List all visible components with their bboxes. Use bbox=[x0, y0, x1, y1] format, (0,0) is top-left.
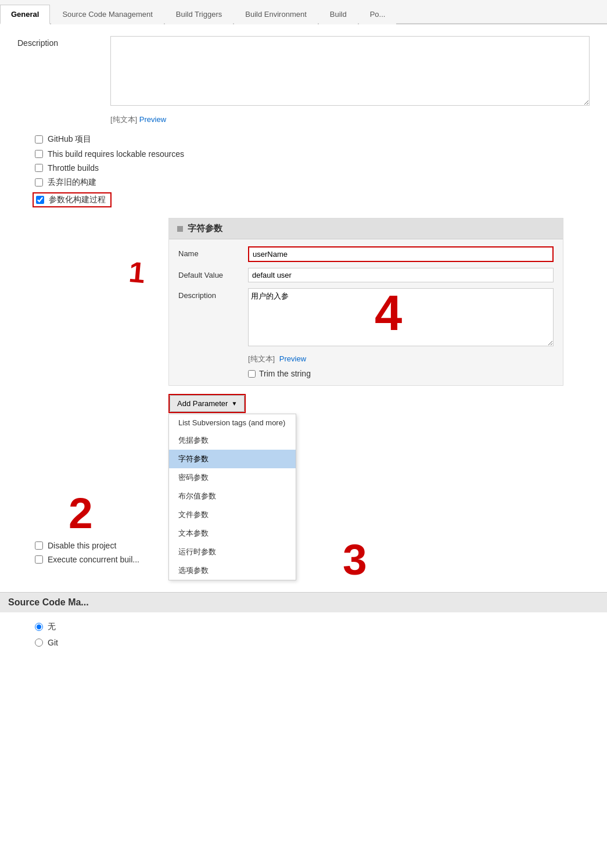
param-default-input-wrapper bbox=[248, 268, 554, 282]
dropdown-item-1[interactable]: 凭据参数 bbox=[169, 431, 296, 450]
add-param-button[interactable]: Add Parameter ▼ bbox=[170, 395, 245, 412]
lockable-checkbox-item: This build requires lockable resources bbox=[17, 149, 590, 159]
discard-label[interactable]: 丢弃旧的构建 bbox=[48, 177, 96, 188]
tab-build-environment[interactable]: Build Environment bbox=[234, 5, 318, 24]
scm-git-radio[interactable] bbox=[35, 639, 43, 647]
tab-build-triggers[interactable]: Build Triggers bbox=[165, 5, 233, 24]
tab-build[interactable]: Build bbox=[319, 5, 358, 24]
throttle-label[interactable]: Throttle builds bbox=[48, 163, 99, 173]
trim-label[interactable]: Trim the string bbox=[259, 369, 311, 378]
add-param-arrow: ▼ bbox=[231, 400, 237, 407]
source-code-section-header: Source Code Ma... bbox=[0, 592, 607, 612]
param-body: Name Default Value Description 用户 bbox=[169, 239, 563, 385]
scm-content: 无 Git bbox=[0, 612, 607, 662]
param-preview-link[interactable]: Preview bbox=[279, 354, 306, 363]
description-row: Description bbox=[17, 36, 590, 107]
param-default-input[interactable] bbox=[248, 268, 554, 282]
add-param-btn-box: Add Parameter ▼ bbox=[168, 394, 246, 413]
parameter-section: 字符参数 Name Default Value bbox=[168, 218, 563, 386]
description-plain-text-row: [纯文本] Preview bbox=[110, 114, 590, 125]
scm-git-item: Git bbox=[17, 638, 590, 647]
disable-checkbox[interactable] bbox=[35, 541, 43, 550]
general-content: Description [纯文本] Preview GitHub 项目 This… bbox=[0, 24, 607, 580]
param-section-header: 字符参数 bbox=[169, 218, 563, 239]
trim-checkbox[interactable] bbox=[248, 370, 256, 378]
dropdown-item-7[interactable]: 运行时参数 bbox=[169, 543, 296, 561]
concurrent-checkbox-item: Execute concurrent buil... bbox=[35, 555, 590, 564]
scm-none-radio[interactable] bbox=[35, 623, 43, 631]
description-label: Description bbox=[17, 36, 110, 48]
param-desc-label: Description bbox=[178, 288, 248, 300]
dropdown-item-6[interactable]: 文本参数 bbox=[169, 524, 296, 543]
param-name-input[interactable] bbox=[248, 246, 554, 262]
page: General Source Code Management Build Tri… bbox=[0, 0, 607, 868]
param-header-title: 字符参数 bbox=[188, 223, 222, 234]
throttle-checkbox[interactable] bbox=[35, 164, 43, 172]
dropdown-item-5[interactable]: 文件参数 bbox=[169, 505, 296, 524]
tabs-bar: General Source Code Management Build Tri… bbox=[0, 0, 607, 24]
param-name-row: Name bbox=[178, 246, 554, 262]
param-checkbox-highlighted: 参数化构建过程 bbox=[33, 192, 112, 207]
tab-po[interactable]: Po... bbox=[359, 5, 397, 24]
discard-checkbox[interactable] bbox=[35, 178, 43, 186]
github-label[interactable]: GitHub 项目 bbox=[48, 134, 91, 145]
param-header-icon bbox=[177, 226, 183, 232]
tab-source-code-management[interactable]: Source Code Management bbox=[51, 5, 163, 24]
param-name-input-wrapper bbox=[248, 246, 554, 262]
param-checkbox-wrapper: 参数化构建过程 bbox=[17, 192, 590, 212]
param-default-label: Default Value bbox=[178, 268, 248, 279]
param-desc-plain-row: [纯文本] Preview bbox=[248, 354, 554, 364]
param-default-row: Default Value bbox=[178, 268, 554, 282]
disable-checkbox-item: Disable this project bbox=[35, 541, 590, 550]
throttle-checkbox-item: Throttle builds bbox=[17, 163, 590, 173]
tab-general[interactable]: General bbox=[0, 5, 50, 24]
dropdown-item-4[interactable]: 布尔值参数 bbox=[169, 487, 296, 505]
scm-git-label[interactable]: Git bbox=[48, 638, 58, 647]
description-textarea[interactable] bbox=[110, 36, 590, 106]
bottom-checkboxes: Disable this project Execute concurrent … bbox=[35, 541, 590, 564]
dropdown-item-3[interactable]: 密码参数 bbox=[169, 468, 296, 487]
trim-row: Trim the string bbox=[248, 369, 554, 378]
concurrent-checkbox[interactable] bbox=[35, 555, 43, 564]
param-checkbox-label[interactable]: 参数化构建过程 bbox=[49, 195, 106, 205]
param-desc-input-wrapper: 用户的入参 bbox=[248, 288, 554, 348]
scm-none-item: 无 bbox=[17, 622, 590, 632]
description-field bbox=[110, 36, 590, 107]
scm-none-label[interactable]: 无 bbox=[48, 622, 56, 632]
github-checkbox[interactable] bbox=[35, 135, 43, 144]
add-param-dropdown: List Subversion tags (and more) 凭据参数 字符参… bbox=[168, 414, 296, 580]
add-param-area: Add Parameter ▼ List Subversion tags (an… bbox=[168, 394, 590, 413]
disable-label[interactable]: Disable this project bbox=[48, 541, 116, 550]
concurrent-label[interactable]: Execute concurrent buil... bbox=[48, 555, 139, 564]
dropdown-item-8[interactable]: 选项参数 bbox=[169, 561, 296, 580]
description-preview-link[interactable]: Preview bbox=[139, 115, 166, 124]
param-desc-row: Description 用户的入参 bbox=[178, 288, 554, 348]
lockable-label[interactable]: This build requires lockable resources bbox=[48, 149, 184, 159]
lockable-checkbox[interactable] bbox=[35, 150, 43, 158]
param-desc-textarea[interactable]: 用户的入参 bbox=[248, 288, 554, 346]
param-name-label: Name bbox=[178, 246, 248, 258]
param-plain-text: [纯文本] bbox=[248, 354, 275, 363]
dropdown-item-0[interactable]: List Subversion tags (and more) bbox=[169, 414, 296, 431]
dropdown-item-2[interactable]: 字符参数 bbox=[169, 450, 296, 468]
param-checkbox[interactable] bbox=[36, 196, 44, 204]
plain-text-label: [纯文本] bbox=[110, 115, 137, 124]
github-checkbox-item: GitHub 项目 bbox=[17, 134, 590, 145]
discard-checkbox-item: 丢弃旧的构建 bbox=[17, 177, 590, 188]
